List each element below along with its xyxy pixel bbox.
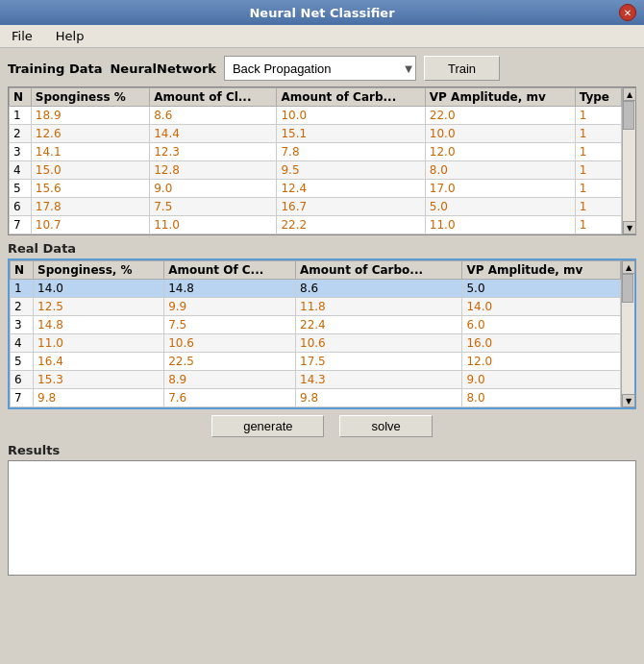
training-cell: 14.4 — [150, 125, 277, 143]
results-section: Results — [8, 443, 636, 576]
training-data-table: N Sponginess % Amount of Cl... Amount of… — [9, 87, 622, 234]
training-cell: 11.0 — [425, 216, 575, 234]
real-cell: 12.5 — [34, 298, 164, 316]
real-cell: 14.8 — [34, 316, 164, 334]
real-cell: 1 — [11, 280, 34, 298]
training-cell: 10.7 — [31, 216, 149, 234]
training-cell: 3 — [10, 143, 32, 161]
training-scroll-up[interactable]: ▲ — [623, 87, 636, 101]
training-table-row[interactable]: 710.711.022.211.01 — [10, 216, 622, 234]
training-table-row[interactable]: 415.012.89.58.01 — [10, 161, 622, 180]
neural-network-label: NeuralNetwork — [110, 61, 216, 76]
real-scroll-track[interactable] — [622, 274, 634, 394]
training-cell: 22.2 — [277, 216, 425, 234]
real-cell: 16.4 — [34, 353, 164, 371]
real-table-vscroll[interactable]: ▲ ▼ — [621, 260, 634, 407]
training-col-type: Type — [575, 88, 621, 107]
training-cell: 8.0 — [425, 161, 575, 180]
real-cell: 9.9 — [164, 298, 296, 316]
real-col-carb: Amount of Carbo... — [296, 261, 462, 280]
train-button[interactable]: Train — [424, 56, 500, 81]
real-col-cl: Amount Of C... — [164, 261, 296, 280]
real-table-body: 114.014.88.65.0212.59.911.814.0314.87.52… — [11, 280, 621, 407]
real-cell: 6.0 — [462, 316, 621, 334]
real-cell: 11.8 — [296, 298, 462, 316]
training-col-cl: Amount of Cl... — [150, 88, 277, 107]
real-col-n: N — [11, 261, 34, 280]
training-table-row[interactable]: 314.112.37.812.01 — [10, 143, 622, 161]
real-cell: 7.5 — [164, 316, 296, 334]
real-cell: 14.0 — [462, 298, 621, 316]
training-cell: 1 — [575, 180, 621, 198]
training-cell: 7 — [10, 216, 32, 234]
real-cell: 10.6 — [164, 334, 296, 353]
training-cell: 12.3 — [150, 143, 277, 161]
close-button[interactable]: ✕ — [619, 4, 636, 21]
real-cell: 2 — [11, 298, 34, 316]
real-table-row[interactable]: 212.59.911.814.0 — [11, 298, 621, 316]
real-table-row[interactable]: 79.87.69.88.0 — [11, 389, 621, 407]
real-cell: 17.5 — [296, 353, 462, 371]
training-cell: 22.0 — [425, 107, 575, 125]
real-cell: 10.6 — [296, 334, 462, 353]
real-cell: 14.8 — [164, 280, 296, 298]
training-cell: 12.4 — [277, 180, 425, 198]
real-table-row[interactable]: 411.010.610.616.0 — [11, 334, 621, 353]
training-table-body: 118.98.610.022.01212.614.415.110.01314.1… — [10, 107, 622, 234]
training-cell: 4 — [10, 161, 32, 180]
training-table-header: N Sponginess % Amount of Cl... Amount of… — [10, 88, 622, 107]
real-table-row[interactable]: 615.38.914.39.0 — [11, 371, 621, 389]
training-cell: 1 — [575, 161, 621, 180]
training-table-row[interactable]: 617.87.516.75.01 — [10, 198, 622, 216]
training-cell: 15.0 — [31, 161, 149, 180]
real-table-row[interactable]: 114.014.88.65.0 — [11, 280, 621, 298]
training-cell: 15.1 — [277, 125, 425, 143]
training-cell: 5 — [10, 180, 32, 198]
solve-button[interactable]: solve — [339, 415, 432, 437]
real-cell: 3 — [11, 316, 34, 334]
real-table-row[interactable]: 314.87.522.46.0 — [11, 316, 621, 334]
training-table-row[interactable]: 515.69.012.417.01 — [10, 180, 622, 198]
training-cell: 5.0 — [425, 198, 575, 216]
real-col-vp: VP Amplitude, mv — [462, 261, 621, 280]
real-cell: 14.0 — [34, 280, 164, 298]
real-scroll-down[interactable]: ▼ — [622, 394, 635, 407]
real-cell: 8.0 — [462, 389, 621, 407]
training-cell: 11.0 — [150, 216, 277, 234]
training-cell: 17.0 — [425, 180, 575, 198]
training-cell: 9.5 — [277, 161, 425, 180]
real-cell: 8.6 — [296, 280, 462, 298]
results-box — [8, 460, 636, 576]
real-table-row[interactable]: 516.422.517.512.0 — [11, 353, 621, 371]
training-cell: 1 — [575, 198, 621, 216]
real-cell: 5.0 — [462, 280, 621, 298]
training-cell: 17.8 — [31, 198, 149, 216]
training-cell: 15.6 — [31, 180, 149, 198]
real-col-sponginess: Sponginess, % — [34, 261, 164, 280]
training-cell: 1 — [575, 143, 621, 161]
real-cell: 22.5 — [164, 353, 296, 371]
real-scroll-thumb[interactable] — [622, 274, 633, 303]
training-col-vp: VP Amplitude, mv — [425, 88, 575, 107]
real-table-scroll: N Sponginess, % Amount Of C... Amount of… — [10, 260, 621, 407]
menu-file[interactable]: File — [4, 27, 40, 45]
real-cell: 8.9 — [164, 371, 296, 389]
training-scroll-thumb[interactable] — [623, 101, 634, 130]
training-cell: 14.1 — [31, 143, 149, 161]
training-table-row[interactable]: 118.98.610.022.01 — [10, 107, 622, 125]
main-content: Training Data NeuralNetwork Back Propaga… — [0, 48, 644, 583]
real-cell: 9.0 — [462, 371, 621, 389]
real-scroll-up[interactable]: ▲ — [622, 260, 635, 274]
training-scroll-track[interactable] — [623, 101, 635, 221]
generate-button[interactable]: generate — [211, 415, 324, 437]
training-cell: 6 — [10, 198, 32, 216]
algorithm-dropdown[interactable]: Back Propagation Radial Basis Hopfield — [224, 56, 416, 81]
real-data-table: N Sponginess, % Amount Of C... Amount of… — [10, 260, 621, 407]
training-scroll-down[interactable]: ▼ — [623, 221, 636, 234]
training-table-vscroll[interactable]: ▲ ▼ — [622, 87, 635, 234]
training-data-table-container: N Sponginess % Amount of Cl... Amount of… — [8, 86, 636, 235]
real-data-table-container: N Sponginess, % Amount Of C... Amount of… — [8, 258, 636, 409]
menu-help[interactable]: Help — [48, 27, 92, 45]
training-cell: 1 — [575, 125, 621, 143]
training-table-row[interactable]: 212.614.415.110.01 — [10, 125, 622, 143]
